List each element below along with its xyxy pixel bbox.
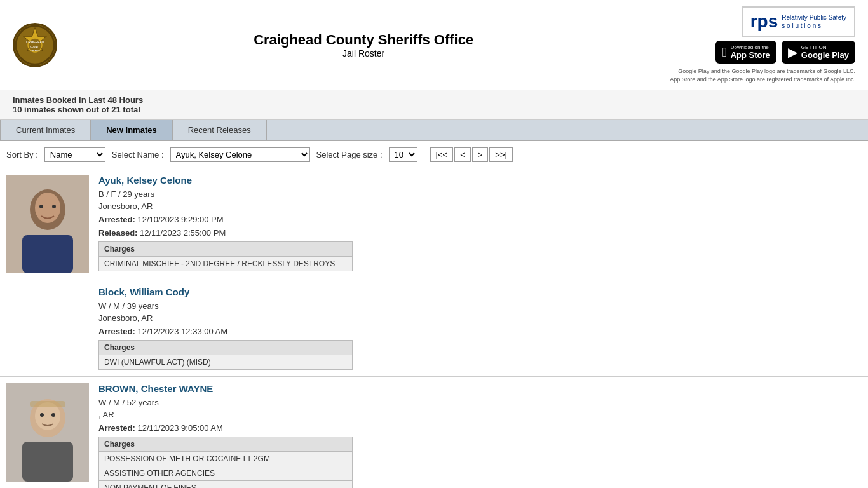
inmate-race-sex-age: W / M / 52 years [98,398,862,407]
table-row: Block, William Cody W / M / 39 years Jon… [0,280,868,377]
inmate-arrested: Arrested: 12/12/2023 12:33:00 AM [98,327,862,336]
svg-rect-8 [22,235,73,273]
agency-title: Craighead County Sheriffs Office [57,32,670,48]
page-size-select[interactable]: 10 25 50 [389,147,417,162]
sort-by-select[interactable]: Name Arrest Date [44,147,105,162]
inmate-race-sex-age: B / F / 29 years [98,189,862,199]
svg-point-17 [51,413,55,417]
sort-by-label: Sort By : [6,150,38,159]
charge-item: POSSESSION OF METH OR COCAINE LT 2GM [99,452,353,466]
rps-logo: rps Relativity Public Safetys o l u t i … [742,6,855,37]
svg-text:SHERIFF: SHERIFF [30,50,40,52]
prev-page-button[interactable]: < [454,147,471,162]
next-page-button[interactable]: > [472,147,489,162]
inmate-location: Jonesboro, AR [98,313,862,323]
page-header: CRAIGHEAD COUNTY SHERIFF Craighead Count… [0,0,868,90]
inmate-race-sex-age: W / M / 39 years [98,301,862,311]
charge-item: ASSISTING OTHER AGENCIES [99,466,353,481]
inmate-details: Ayuk, Kelsey Celone B / F / 29 years Jon… [98,175,862,273]
inmate-location: Jonesboro, AR [98,201,862,211]
inmate-photo [6,383,89,482]
inmates-count-line2: 10 inmates shown out of 21 total [13,105,855,114]
inmate-arrested: Arrested: 12/11/2023 9:05:00 AM [98,423,862,433]
app-store-label-main: App Store [731,50,770,60]
tab-recent-releases[interactable]: Recent Releases [173,120,267,140]
inmate-location: , AR [98,410,862,419]
charges-header: Charges [99,341,353,355]
rps-acronym: rps [750,11,778,32]
disclaimer-google: Google Play and the Google Play logo are… [670,67,855,76]
inmate-name: BROWN, Chester WAYNE [98,383,862,394]
google-play-icon: ▶ [788,44,797,60]
svg-text:CRAIGHEAD: CRAIGHEAD [26,41,44,44]
select-name-label: Select Name : [112,150,164,159]
svg-rect-18 [30,401,65,407]
sheriff-logo-area: CRAIGHEAD COUNTY SHERIFF [13,23,57,67]
svg-text:COUNTY: COUNTY [30,45,40,48]
svg-point-16 [40,413,44,417]
table-row: BROWN, Chester WAYNE W / M / 52 years , … [0,377,868,488]
charge-item: CRIMINAL MISCHIEF - 2ND DEGREE / RECKLES… [99,257,353,271]
inmate-details: BROWN, Chester WAYNE W / M / 52 years , … [98,383,862,488]
charge-item: NON PAYMENT OF FINES [99,481,353,488]
app-download-buttons:  Download on the App Store ▶ GET IT ON … [715,41,855,64]
rps-fullname: Relativity Public Safetys o l u t i o n … [782,13,846,30]
svg-point-11 [52,205,56,208]
tab-current-inmates[interactable]: Current Inmates [0,120,91,140]
app-store-button[interactable]:  Download on the App Store [715,41,776,64]
charges-table: Charges DWI (UNLAWFUL ACT) (MISD) [98,340,353,370]
header-right-area: rps Relativity Public Safetys o l u t i … [670,6,855,83]
inmate-details: Block, William Cody W / M / 39 years Jon… [98,287,862,370]
charges-table: Charges POSSESSION OF METH OR COCAINE LT… [98,437,353,488]
inmate-name: Block, William Cody [98,287,862,297]
inmate-name: Ayuk, Kelsey Celone [98,175,862,186]
select-name-dropdown[interactable]: Ayuk, Kelsey Celone [170,147,310,162]
tab-new-inmates[interactable]: New Inmates [91,120,172,140]
svg-rect-14 [22,442,73,482]
last-page-button[interactable]: >>| [489,147,513,162]
charges-header: Charges [99,242,353,257]
pagination-controls: |<< < > >>| [430,147,513,162]
apple-icon:  [722,45,726,60]
table-row: Ayuk, Kelsey Celone B / F / 29 years Jon… [0,168,868,280]
charge-item: DWI (UNLAWFUL ACT) (MISD) [99,355,353,370]
disclaimer-apple: App Store and the App Store logo are reg… [670,76,855,84]
inmates-count-line1: Inmates Booked in Last 48 Hours [13,95,855,105]
inmate-list: Ayuk, Kelsey Celone B / F / 29 years Jon… [0,168,868,488]
google-play-label-main: Google Play [801,50,849,60]
header-titles: Craighead County Sheriffs Office Jail Ro… [57,32,670,58]
google-play-button[interactable]: ▶ GET IT ON Google Play [782,41,855,64]
charges-header: Charges [99,437,353,452]
charges-table: Charges CRIMINAL MISCHIEF - 2ND DEGREE /… [98,241,353,271]
list-controls: Sort By : Name Arrest Date Select Name :… [0,141,868,168]
google-play-label-top: GET IT ON [801,44,849,50]
sheriff-badge: CRAIGHEAD COUNTY SHERIFF [13,23,57,67]
inmate-arrested: Arrested: 12/10/2023 9:29:00 PM [98,215,862,224]
inmate-photo [6,175,89,273]
svg-point-10 [39,205,43,208]
tab-bar: Current Inmates New Inmates Recent Relea… [0,120,868,141]
inmate-released: Released: 12/11/2023 2:55:00 PM [98,228,862,238]
page-size-label: Select Page size : [316,150,383,159]
first-page-button[interactable]: |<< [430,147,454,162]
app-store-label-top: Download on the [731,44,770,50]
app-disclaimers: Google Play and the Google Play logo are… [670,67,855,83]
sub-header: Inmates Booked in Last 48 Hours 10 inmat… [0,90,868,120]
page-subtitle: Jail Roster [57,48,670,58]
